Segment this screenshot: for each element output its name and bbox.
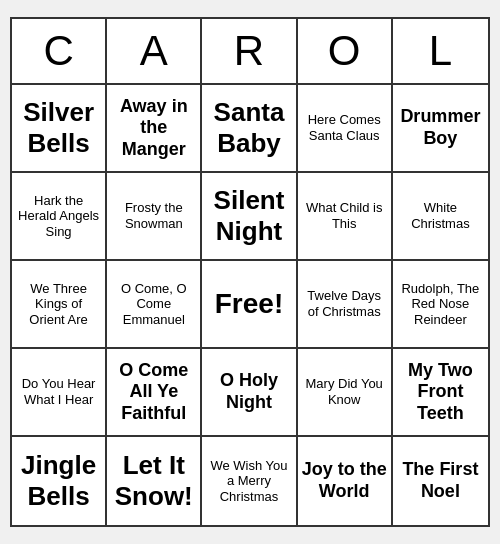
cell-text: O Come All Ye Faithful <box>111 360 196 425</box>
bingo-cell: Santa Baby <box>202 85 297 173</box>
cell-text: O Come, O Come Emmanuel <box>111 281 196 328</box>
bingo-cell: Away in the Manger <box>107 85 202 173</box>
bingo-grid: Silver BellsAway in the MangerSanta Baby… <box>12 85 488 525</box>
bingo-cell: O Holy Night <box>202 349 297 437</box>
bingo-cell: Here Comes Santa Claus <box>298 85 393 173</box>
header-letter: C <box>12 19 107 83</box>
cell-text: O Holy Night <box>206 370 291 413</box>
bingo-cell: What Child is This <box>298 173 393 261</box>
bingo-cell: Jingle Bells <box>12 437 107 525</box>
cell-text: My Two Front Teeth <box>397 360 484 425</box>
bingo-cell: We Wish You a Merry Christmas <box>202 437 297 525</box>
bingo-cell: Drummer Boy <box>393 85 488 173</box>
cell-text: Jingle Bells <box>16 450 101 512</box>
bingo-cell: White Christmas <box>393 173 488 261</box>
bingo-cell: The First Noel <box>393 437 488 525</box>
cell-text: Frosty the Snowman <box>111 200 196 231</box>
cell-text: Here Comes Santa Claus <box>302 112 387 143</box>
cell-text: Free! <box>215 287 283 321</box>
cell-text: We Wish You a Merry Christmas <box>206 458 291 505</box>
bingo-cell: Silent Night <box>202 173 297 261</box>
cell-text: Santa Baby <box>206 97 291 159</box>
bingo-cell: We Three Kings of Orient Are <box>12 261 107 349</box>
cell-text: Drummer Boy <box>397 106 484 149</box>
cell-text: Away in the Manger <box>111 96 196 161</box>
cell-text: Twelve Days of Christmas <box>302 288 387 319</box>
bingo-cell: Twelve Days of Christmas <box>298 261 393 349</box>
bingo-cell: O Come All Ye Faithful <box>107 349 202 437</box>
cell-text: Let It Snow! <box>111 450 196 512</box>
header-letter: O <box>298 19 393 83</box>
bingo-cell: Do You Hear What I Hear <box>12 349 107 437</box>
cell-text: White Christmas <box>397 200 484 231</box>
cell-text: The First Noel <box>397 459 484 502</box>
bingo-cell: Hark the Herald Angels Sing <box>12 173 107 261</box>
header-letter: L <box>393 19 488 83</box>
cell-text: Silver Bells <box>16 97 101 159</box>
header-letter: A <box>107 19 202 83</box>
bingo-header: CAROL <box>12 19 488 85</box>
bingo-card: CAROL Silver BellsAway in the MangerSant… <box>10 17 490 527</box>
bingo-cell: Joy to the World <box>298 437 393 525</box>
cell-text: Mary Did You Know <box>302 376 387 407</box>
bingo-cell: Mary Did You Know <box>298 349 393 437</box>
cell-text: Silent Night <box>206 185 291 247</box>
bingo-cell: Silver Bells <box>12 85 107 173</box>
bingo-cell: Frosty the Snowman <box>107 173 202 261</box>
cell-text: What Child is This <box>302 200 387 231</box>
cell-text: Do You Hear What I Hear <box>16 376 101 407</box>
bingo-cell: Rudolph, The Red Nose Reindeer <box>393 261 488 349</box>
header-letter: R <box>202 19 297 83</box>
bingo-cell: Let It Snow! <box>107 437 202 525</box>
cell-text: We Three Kings of Orient Are <box>16 281 101 328</box>
cell-text: Joy to the World <box>302 459 387 502</box>
cell-text: Rudolph, The Red Nose Reindeer <box>397 281 484 328</box>
bingo-cell: My Two Front Teeth <box>393 349 488 437</box>
bingo-cell: Free! <box>202 261 297 349</box>
bingo-cell: O Come, O Come Emmanuel <box>107 261 202 349</box>
cell-text: Hark the Herald Angels Sing <box>16 193 101 240</box>
